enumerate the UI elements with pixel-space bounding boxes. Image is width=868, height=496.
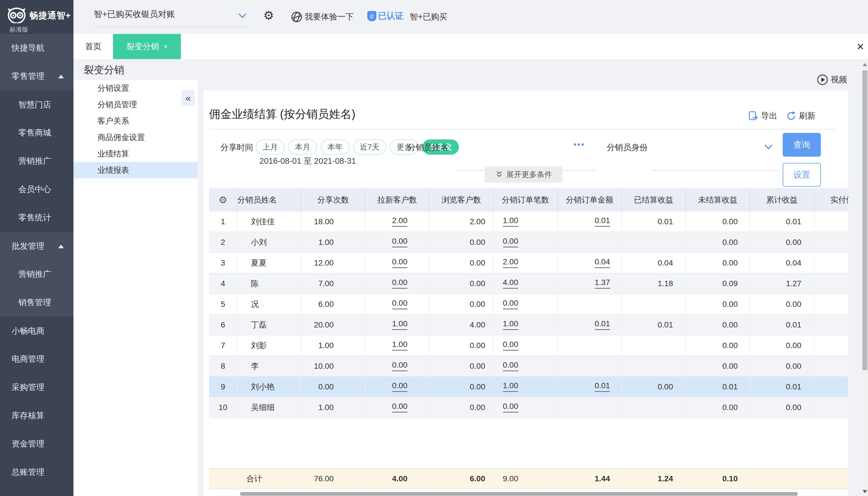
sidebar-item[interactable]: 资金管理 (0, 430, 74, 458)
cell-order-amount-link[interactable]: 0.04 (595, 258, 610, 268)
sidebar-item[interactable]: 零售商城 (0, 119, 74, 147)
header-order-amount[interactable]: 分销订单金额 (558, 188, 622, 212)
header-new-customers[interactable]: 拉新客户数 (365, 188, 430, 212)
table-row[interactable]: 9 刘小艳 0.00 0.00 0.00 1.00 0.01 0.00 0.01… (209, 377, 848, 397)
header-order-count[interactable]: 分销订单笔数 (494, 188, 558, 212)
scroll-up-arrow-icon[interactable] (863, 63, 867, 66)
cell-new-customers-link[interactable]: 1.00 (392, 340, 408, 351)
time-pill[interactable]: 本月 (288, 139, 317, 155)
table-row[interactable]: 8 李 10.00 0.00 0.00 0.00 0.00 0.00 (209, 356, 848, 377)
cell-order-count-link[interactable]: 0.00 (503, 237, 518, 248)
commission-table: ⚙ 分销员姓名 分享次数 拉新客户数 浏览客户数 分销订单笔数 分销订单金额 已… (209, 188, 848, 496)
sidebar-item[interactable]: 批发管理 (0, 232, 74, 260)
cell-new-customers-link[interactable]: 0.00 (392, 278, 408, 289)
time-pill[interactable]: 近7天 (353, 139, 386, 155)
secondary-menu-item[interactable]: 分销设置 (74, 80, 198, 96)
video-link[interactable]: 视频 (817, 74, 847, 86)
secondary-menu-item[interactable]: 商品佣金设置 (74, 129, 198, 146)
tab-home[interactable]: 首页 (74, 34, 113, 59)
settings-button[interactable]: 设置 (783, 163, 821, 187)
sidebar-item[interactable]: 营销推广 (0, 147, 74, 175)
sidebar-item[interactable]: 零售管理 (0, 62, 74, 91)
export-button[interactable]: 导出 (748, 110, 777, 122)
cell-new-customers-link[interactable]: 0.00 (392, 361, 408, 372)
header-view-customers[interactable]: 浏览客户数 (430, 188, 494, 212)
sidebar-item[interactable]: 智慧门店 (0, 91, 74, 119)
table-row[interactable]: 10 吴细细 1.00 0.00 0.00 0.00 0.00 0.00 (209, 397, 848, 418)
sidebar-item-label: 销售管理 (18, 297, 51, 308)
table-row[interactable]: 3 夏夏 12.00 0.00 0.00 2.00 0.04 0.04 0.00… (209, 253, 848, 274)
cell-order-count-link[interactable]: 1.00 (503, 382, 518, 392)
secondary-menu-item[interactable]: 分销员管理 (74, 96, 198, 113)
time-pill[interactable]: 本年 (321, 139, 350, 155)
sidebar-item[interactable]: 采购管理 (0, 373, 74, 402)
cell-order-count-link[interactable]: 0.00 (503, 361, 518, 372)
cell-order-amount-link[interactable]: 0.01 (595, 216, 610, 227)
time-pill[interactable]: 上月 (256, 139, 285, 155)
table-row[interactable]: 5 况 6.00 0.00 0.00 0.00 0.00 0.00 (209, 294, 848, 315)
workspace-select[interactable]: 智+已购买收银员对账 (94, 9, 249, 20)
table-row[interactable]: 1 刘佳佳 18.00 2.00 2.00 1.00 0.01 0.01 0.0… (209, 212, 848, 232)
cell-new-customers-link[interactable]: 0.00 (392, 299, 408, 310)
table-row[interactable]: 7 刘影 1.00 1.00 0.00 0.00 0.00 0.00 (209, 336, 848, 356)
certified-badge[interactable]: 企 已认证 (367, 10, 403, 22)
horizontal-scrollbar-thumb[interactable] (240, 492, 798, 496)
sidebar-item[interactable]: 电商管理 (0, 345, 74, 373)
sidebar-item[interactable]: 小畅电商 (0, 317, 74, 345)
cell-new-customers-link[interactable]: 0.00 (392, 237, 408, 248)
cell-order-count-link[interactable]: 0.00 (503, 340, 518, 351)
tab-active[interactable]: 裂变分销 × (113, 34, 181, 59)
cell-new-customers-link[interactable]: 0.00 (392, 402, 408, 413)
table-row[interactable]: 2 小刘 1.00 0.00 0.00 0.00 0.00 0.00 (209, 232, 848, 253)
date-range-value[interactable]: 2016-08-01 至 2021-08-31 (259, 156, 356, 167)
cell-order-count-link[interactable]: 2.00 (503, 258, 518, 268)
vertical-scrollbar[interactable] (862, 59, 868, 496)
distributor-identity-select[interactable] (652, 170, 778, 171)
header-unsettled-income[interactable]: 未结算收益 (686, 188, 750, 212)
expand-more-conditions-button[interactable]: 展开更多条件 (485, 166, 562, 183)
sidebar-item[interactable]: 销售管理 (0, 289, 74, 317)
vertical-scrollbar-thumb[interactable] (862, 71, 867, 370)
secondary-menu-item[interactable]: 客户关系 (74, 113, 198, 129)
table-row[interactable]: 4 陈 7.00 0.00 0.00 4.00 1.37 1.18 0.09 1… (209, 274, 848, 294)
table-row[interactable]: 6 丁磊 20.00 1.00 4.00 1.00 0.01 0.01 0.00… (209, 315, 848, 336)
close-all-tabs-icon[interactable]: ✕ (854, 40, 867, 53)
cell-new-customers-link[interactable]: 0.00 (392, 258, 408, 268)
sidebar-item[interactable]: 总账管理 (0, 458, 74, 486)
cell-new-customers-link[interactable]: 2.00 (392, 216, 408, 227)
header-settled-income[interactable]: 已结算收益 (622, 188, 686, 212)
search-button[interactable]: 查询 (783, 133, 821, 157)
sidebar-item[interactable]: 零售统计 (0, 204, 74, 232)
header-paid-commission[interactable]: 实付佣金 (814, 188, 848, 212)
cell-order-amount-link[interactable]: 0.01 (595, 320, 610, 330)
secondary-menu-item[interactable]: 业绩结算 (74, 146, 198, 162)
header-distributor-name[interactable]: 分销员姓名 (237, 188, 302, 212)
sidebar-item[interactable]: 库存核算 (0, 402, 74, 430)
chevron-down-icon[interactable] (765, 141, 772, 149)
cell-order-amount-link[interactable]: 0.01 (595, 382, 610, 392)
cell-view-customers: 0.00 (430, 336, 494, 355)
more-options-dots-icon[interactable]: ••• (574, 140, 585, 149)
cell-order-count-link[interactable]: 1.00 (503, 216, 518, 227)
header-share-count[interactable]: 分享次数 (302, 188, 365, 212)
cell-order-count-link[interactable]: 0.00 (503, 402, 518, 413)
cell-new-customers-link[interactable]: 1.00 (392, 320, 408, 330)
sidebar-item[interactable]: 税务管理 (0, 486, 74, 496)
cell-new-customers-link[interactable]: 0.00 (392, 382, 408, 392)
scroll-down-arrow-icon[interactable] (863, 490, 867, 493)
sidebar-item[interactable]: 会员中心 (0, 175, 74, 204)
tab-close-icon[interactable]: × (164, 43, 168, 51)
sidebar-item[interactable]: 营销推广 (0, 260, 74, 289)
refresh-button[interactable]: 刷新 (786, 110, 816, 122)
cell-order-count-link[interactable]: 1.00 (503, 320, 518, 330)
header-total-income[interactable]: 累计收益 (750, 188, 814, 212)
cell-order-count-link[interactable]: 4.00 (503, 278, 518, 289)
collapse-sidebar-button[interactable]: « (181, 90, 195, 106)
column-settings-gear-icon[interactable]: ⚙ (209, 188, 237, 212)
gear-icon[interactable]: ⚙ (263, 10, 274, 21)
sidebar-item[interactable]: 快捷导航 (0, 34, 74, 62)
secondary-menu-item[interactable]: 业绩报表 (74, 162, 198, 179)
cell-order-count-link[interactable]: 0.00 (503, 299, 518, 310)
experience-link[interactable]: 我要体验一下 (305, 11, 354, 22)
cell-order-amount-link[interactable]: 1.37 (595, 278, 610, 289)
